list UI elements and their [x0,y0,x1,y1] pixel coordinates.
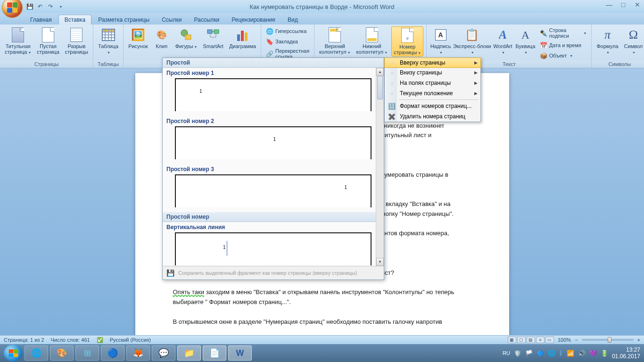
maximize-button[interactable]: □ [619,1,628,8]
hyperlink-button[interactable]: 🌐Гиперссылка [264,26,311,36]
taskbar-app1[interactable]: ⊞ [75,346,99,361]
page-number-button[interactable]: #Номер страницы▼ [391,26,423,57]
save-icon[interactable]: 💾 [25,2,34,11]
gallery-item-simple-2[interactable]: 1 [175,126,372,159]
zoom-in-button[interactable]: + [637,337,640,343]
tab-review[interactable]: Рецензирование [226,15,281,25]
datetime-button[interactable]: 📅Дата и время [538,41,589,50]
globe-icon: 🌐 [266,27,273,35]
taskbar-notepad[interactable]: 📄 [203,346,226,361]
quickparts-button[interactable]: 📋Экспресс-блоки▼ [454,26,491,56]
clip-button[interactable]: 🎨Клип [152,26,172,50]
taskbar-chrome[interactable]: 🌐 [25,346,48,361]
zoom-level[interactable]: 100% [558,337,571,343]
taskbar-app2[interactable]: 🔵 [101,346,124,361]
blank-page-button[interactable]: Пустая страница [35,26,61,56]
tray-power-icon[interactable]: 🔋 [601,350,608,357]
menu-page-margins[interactable]: ▫️На полях страницы▶ [385,78,480,88]
gallery-item-simple-1[interactable]: 1 [175,78,372,111]
shapes-button[interactable]: Фигуры▼ [173,26,199,50]
menu-remove-page-numbers[interactable]: ✖️Удалить номера страниц [385,111,480,122]
group-symbols: πФормула▼ ΩСимвол▼ Символы [592,25,644,68]
equation-button[interactable]: πФормула▼ [594,26,620,56]
redo-icon[interactable]: ↷ [46,2,55,11]
taskbar-paint[interactable]: 🎨 [50,346,74,361]
menu-bottom-of-page[interactable]: ▫️Внизу страницы▶ [385,67,480,78]
proofing-icon[interactable]: ✅ [97,337,103,343]
doc-text: В открывшемся окне в разделе "Нумерация … [173,317,471,327]
scroll-down-icon[interactable]: ▼ [376,258,384,266]
tray-chrome-icon[interactable]: 🌐 [548,350,555,357]
tray-viber-icon[interactable]: 💜 [589,350,597,357]
taskbar-explorer[interactable]: 📁 [177,346,201,361]
tray-clock[interactable]: 13:27 01.06.2017 [612,346,640,360]
signature-line-button[interactable]: ✒️Строка подписи▼ [538,26,589,40]
table-button[interactable]: Таблица▼ [96,26,120,56]
symbol-button[interactable]: ΩСимвол▼ [622,26,644,56]
tab-home[interactable]: Главная [25,15,58,25]
tray-shield-icon[interactable]: 🛡️ [514,350,521,357]
undo-icon[interactable]: ↶ [36,2,44,11]
textbox-button[interactable]: AНадпись▼ [429,26,452,56]
object-label: Объект [549,53,567,58]
tab-insert[interactable]: Вставка [58,15,92,25]
tray-volume-icon[interactable]: 🔊 [578,350,586,357]
group-tables-label: Таблицы [93,60,123,68]
view-outline[interactable]: ≡ [536,337,545,343]
status-language[interactable]: Русский (Россия) [110,337,151,343]
zoom-slider[interactable] [582,339,634,341]
zoom-out-button[interactable]: − [575,337,578,343]
tray-network-icon[interactable]: 📶 [567,350,574,357]
start-button[interactable] [4,345,23,362]
tab-references[interactable]: Ссылки [156,15,187,25]
page-number-menu: ▫️Вверху страницы▶ ▫️Внизу страницы▶ ▫️Н… [384,58,481,122]
view-full-screen[interactable]: ▢ [517,337,526,343]
tray-time: 13:27 [612,346,640,353]
tray-app-icon[interactable]: 🔷 [537,350,544,357]
tray-language[interactable]: RU [503,350,510,356]
tab-page-layout[interactable]: Разметка страницы [92,15,155,25]
dropcap-label: Буквица [516,43,536,49]
tray-bluetooth-icon[interactable]: ᛒ [559,350,563,357]
cover-page-button[interactable]: Титульная страница▼ [3,26,33,56]
minimize-button[interactable]: — [604,1,614,8]
gallery-item-vertical-line[interactable]: 1 [175,232,372,265]
taskbar-word[interactable]: W [228,346,252,361]
chrome-icon: 🌐 [31,348,41,358]
app-icon: 🔵 [107,348,118,358]
view-print-layout[interactable]: ▦ [508,337,516,343]
qat-customize-icon[interactable]: ▾ [57,2,65,11]
tab-view[interactable]: Вид [282,15,304,25]
menu-current-position[interactable]: ▫️Текущее положение▶ [385,88,480,99]
close-button[interactable]: ✕ [633,1,642,8]
view-draft[interactable]: ▭ [545,337,554,343]
doc-text: на кнопку "Номер страницы". [371,209,471,219]
wordart-button[interactable]: AWordArt▼ [493,26,513,56]
dropcap-button[interactable]: AБуквица▼ [515,26,536,56]
status-word-count[interactable]: Число слов: 461 [51,337,90,343]
current-pos-icon: ▫️ [387,89,397,98]
scroll-thumb[interactable] [377,76,383,99]
scroll-up-icon[interactable]: ▲ [376,68,384,76]
smartart-button[interactable]: SmartArt [201,26,225,50]
chart-button[interactable]: Диаграмма [227,26,258,50]
gallery-scrollbar[interactable]: ▲ ▼ [376,68,384,266]
group-pages-label: Страницы [0,60,93,68]
bookmark-button[interactable]: 🔖Закладка [264,37,311,46]
menu-top-of-page[interactable]: ▫️Вверху страницы▶ [384,58,481,68]
taskbar-firefox[interactable]: 🦊 [126,346,150,361]
menu-format-page-numbers[interactable]: 🔢Формат номеров страниц... [385,101,480,111]
doc-text: Опять таки заходим в меню "Вставка" и от… [173,288,471,307]
gallery-item-simple-3[interactable]: 1 [175,174,372,207]
tray-flag-icon[interactable]: 🏳️ [525,350,533,357]
object-button[interactable]: 📦Объект▼ [538,51,589,60]
view-web-layout[interactable]: ▤ [527,337,535,343]
gallery-save-selection[interactable]: 💾 Сохранить выделенный фрагмент как номе… [163,266,384,280]
header-button[interactable]: Верхний колонтитул▼ [317,26,353,56]
taskbar-viber[interactable]: 💬 [152,346,175,361]
tab-mailings[interactable]: Рассылки [188,15,225,25]
page-break-button[interactable]: Разрыв страницы [63,26,90,56]
picture-button[interactable]: 🖼️Рисунок [126,26,150,50]
footer-button[interactable]: Нижний колонтитул▼ [355,26,390,56]
status-page[interactable]: Страница: 1 из 2 [4,337,44,343]
